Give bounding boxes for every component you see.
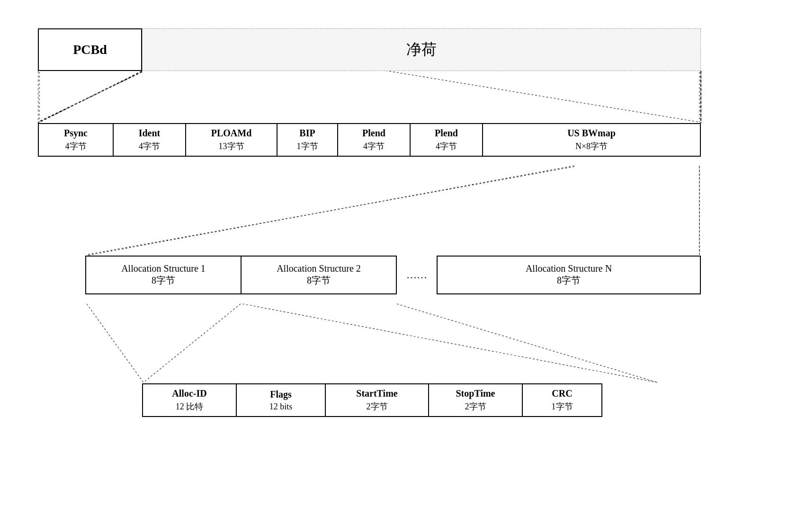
starttime-sub: 2字节 <box>367 401 388 412</box>
allocid-label: Alloc-ID <box>172 388 206 399</box>
crc-sub: 1字节 <box>552 401 573 412</box>
alloc-cell-1: Allocation Structure 1 8字节 <box>85 256 242 294</box>
alloc-cell-n: Allocation Structure N 8字节 <box>437 256 701 294</box>
cell-psync: Psync 4字节 <box>38 123 114 157</box>
cell-bip-sub: 1字节 <box>297 141 318 152</box>
cell-plend1-sub: 4字节 <box>363 141 385 152</box>
svg-line-15 <box>143 304 241 382</box>
alloc-2-sub: 8字节 <box>307 274 331 287</box>
allocid-sub: 12 比特 <box>176 401 204 412</box>
cell-ploamd-label: PLOAMd <box>211 128 252 139</box>
svg-line-4 <box>38 72 142 122</box>
crc-label: CRC <box>552 388 572 399</box>
cell-usbwmap-label: US BWmap <box>567 128 616 139</box>
svg-line-12 <box>87 166 574 256</box>
cell-plend2: Plend 4字节 <box>410 123 483 157</box>
row2: Psync 4字节 Ident 4字节 PLOAMd 13字节 BIP 1字节 … <box>38 123 701 157</box>
payload-label: 净荷 <box>406 39 437 60</box>
flags-label: Flags <box>270 389 292 400</box>
cell-ident-label: Ident <box>139 128 161 139</box>
cell-plend2-sub: 4字节 <box>436 141 457 152</box>
cell-psync-label: Psync <box>64 128 88 139</box>
ellipsis: …… <box>397 256 437 294</box>
cell-ploamd: PLOAMd 13字节 <box>185 123 278 157</box>
starttime-label: StartTime <box>356 388 397 399</box>
cell-crc: CRC 1字节 <box>522 383 602 417</box>
flags-sub: 12 bits <box>269 402 293 412</box>
svg-line-17 <box>397 304 657 382</box>
cell-allocid: Alloc-ID 12 比特 <box>142 383 237 417</box>
row4: Alloc-ID 12 比特 Flags 12 bits StartTime 2… <box>142 383 663 417</box>
svg-line-10 <box>87 167 574 255</box>
cell-bip-label: BIP <box>299 128 315 139</box>
stoptime-label: StopTime <box>456 388 495 399</box>
cell-usbwmap-sub: N×8字节 <box>575 141 608 152</box>
row1: PCBd 净荷 <box>38 28 701 71</box>
alloc-2-label: Allocation Structure 2 <box>277 263 361 274</box>
cell-plend1-label: Plend <box>362 128 385 139</box>
cell-ploamd-sub: 13字节 <box>219 141 244 152</box>
svg-line-8 <box>39 72 142 122</box>
cell-flags: Flags 12 bits <box>236 383 326 417</box>
svg-line-1 <box>38 71 142 123</box>
alloc-n-label: Allocation Structure N <box>526 263 612 274</box>
diagram-container: PCBd 净荷 Psync 4字节 Ident 4字节 PLOAMd 13字节 … <box>38 28 748 502</box>
cell-stoptime: StopTime 2字节 <box>428 383 523 417</box>
cell-plend2-label: Plend <box>435 128 458 139</box>
cell-ident: Ident 4字节 <box>113 123 186 157</box>
cell-starttime: StartTime 2字节 <box>325 383 429 417</box>
payload-box: 净荷 <box>142 28 701 71</box>
cell-plend1: Plend 4字节 <box>337 123 411 157</box>
cell-usbwmap: US BWmap N×8字节 <box>482 123 701 157</box>
svg-line-16 <box>242 304 657 382</box>
alloc-cell-2: Allocation Structure 2 8字节 <box>241 256 397 294</box>
ellipsis-text: …… <box>406 269 427 281</box>
svg-line-14 <box>87 304 143 382</box>
cell-ident-sub: 4字节 <box>139 141 160 152</box>
stoptime-sub: 2字节 <box>465 401 486 412</box>
pcbd-label: PCBd <box>73 42 107 57</box>
alloc-1-sub: 8字节 <box>152 274 175 287</box>
cell-bip: BIP 1字节 <box>277 123 338 157</box>
alloc-n-sub: 8字节 <box>557 274 581 287</box>
cell-psync-sub: 4字节 <box>65 141 87 152</box>
pcbd-box: PCBd <box>38 28 142 71</box>
row3: Allocation Structure 1 8字节 Allocation St… <box>85 256 701 294</box>
alloc-1-label: Allocation Structure 1 <box>121 263 206 274</box>
